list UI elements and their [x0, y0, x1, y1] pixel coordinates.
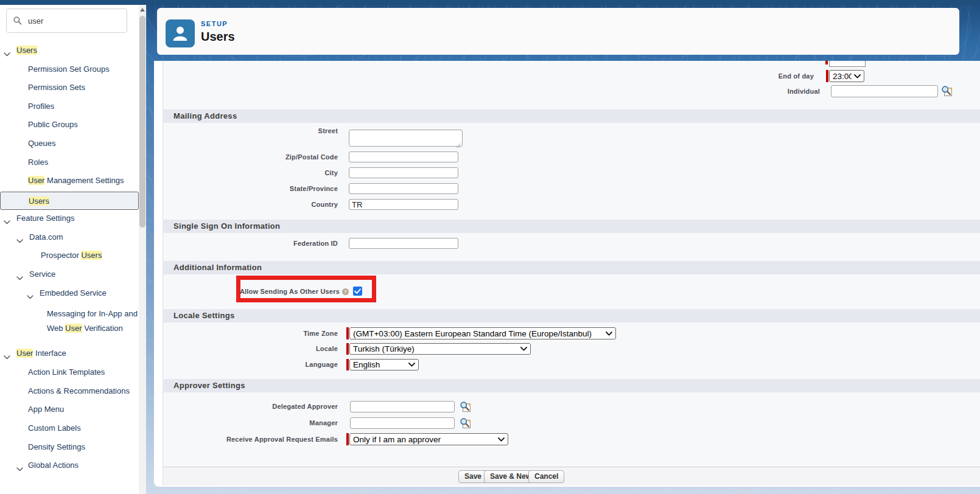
- label-time-zone: Time Zone: [216, 330, 338, 337]
- required-bar: [346, 343, 349, 355]
- scrollbar-thumb[interactable]: [139, 16, 145, 228]
- resize-handle-icon[interactable]: [456, 140, 461, 151]
- locale-select[interactable]: Turkish (Türkiye): [349, 343, 531, 355]
- setup-header-card: SETUP Users: [157, 8, 959, 55]
- sidebar-item-users[interactable]: Users: [0, 43, 139, 58]
- tree-item-label: Roles: [28, 155, 48, 170]
- tree-label-segment: Custom Labels: [28, 423, 81, 433]
- tree-label-segment: Roles: [28, 158, 48, 167]
- street-textarea[interactable]: [349, 130, 463, 147]
- chevron-down-icon[interactable]: [4, 48, 10, 59]
- sidebar-item-data-com[interactable]: Data.com: [0, 229, 139, 245]
- chevron-down-icon: [603, 332, 615, 336]
- tree-item-label: Permission Set Groups: [28, 62, 110, 77]
- sidebar-item-service[interactable]: Service: [0, 266, 139, 282]
- tree-item-label: Density Settings: [28, 440, 85, 454]
- tree-item-label: Messaging for In-App and Web User Verifi…: [47, 307, 138, 336]
- tree-label-segment: Action Link Templates: [28, 367, 105, 377]
- sidebar-item-feature-settings[interactable]: Feature Settings: [0, 210, 139, 226]
- tree-item-label: Custom Labels: [28, 421, 81, 436]
- tree-item-label: Permission Sets: [28, 80, 85, 95]
- top-bar: [0, 0, 980, 5]
- sidebar-scrollbar[interactable]: [139, 5, 146, 494]
- end-of-day-select[interactable]: 23:00: [829, 70, 864, 82]
- required-bar: [826, 70, 828, 82]
- receive-approval-request-emails-select[interactable]: Only if I am an approver: [349, 433, 508, 445]
- start-of-day-partial-select[interactable]: [829, 61, 866, 67]
- sidebar-item-density-settings[interactable]: Density Settings: [0, 439, 139, 455]
- tree-label-segment: Verification: [82, 324, 123, 333]
- tree-item-label: App Menu: [28, 402, 64, 417]
- chevron-down-icon[interactable]: [4, 216, 10, 227]
- end-of-day-select-value: 23:00: [833, 72, 852, 81]
- country-input[interactable]: [349, 199, 458, 210]
- manager-lookup-icon[interactable]: [460, 417, 471, 431]
- sidebar-item-permission-set-groups[interactable]: Permission Set Groups: [0, 61, 139, 77]
- chevron-down-icon[interactable]: [4, 351, 10, 362]
- time-zone-select[interactable]: (GMT+03:00) Eastern European Standard Ti…: [349, 327, 616, 339]
- chevron-down-icon[interactable]: [16, 463, 23, 474]
- sidebar-item-actions-recommendations[interactable]: Actions & Recommendations: [0, 383, 139, 399]
- search-match-highlight: User: [65, 324, 82, 333]
- chevron-down-icon[interactable]: [27, 291, 33, 302]
- tree-label-segment: Public Groups: [28, 120, 78, 129]
- sidebar-item-public-groups[interactable]: Public Groups: [0, 117, 139, 133]
- tree-label-segment: Permission Set Groups: [28, 64, 110, 74]
- tree-item-label: Data.com: [29, 230, 63, 245]
- delegated-approver-input[interactable]: [350, 401, 455, 412]
- sidebar-item-action-link-templates[interactable]: Action Link Templates: [0, 364, 139, 380]
- search-match-highlight: User: [28, 176, 44, 185]
- individual-input[interactable]: [831, 85, 938, 97]
- sidebar-item-custom-labels[interactable]: Custom Labels: [0, 420, 139, 436]
- chevron-down-icon: [852, 74, 864, 78]
- tree-label-segment: Global Actions: [28, 461, 79, 470]
- tree-item-label: Users: [29, 194, 49, 209]
- sidebar-item-roles[interactable]: Roles: [0, 155, 139, 170]
- sidebar-item-user-interface[interactable]: User Interface: [0, 346, 139, 361]
- sidebar-item-profiles[interactable]: Profiles: [0, 99, 139, 114]
- tree-item-label: Profiles: [28, 99, 54, 114]
- tree-label-segment: Permission Sets: [28, 83, 85, 92]
- required-bar: [346, 433, 349, 445]
- sidebar-item-prospector-users[interactable]: Prospector Users: [0, 248, 139, 263]
- sidebar-search-input[interactable]: [27, 16, 121, 26]
- sidebar-item-users[interactable]: Users: [0, 192, 139, 210]
- section-bar-mailing-address: Mailing Address: [163, 110, 980, 123]
- sidebar-item-embedded-service[interactable]: Embedded Service: [0, 285, 139, 301]
- highlight-box: [236, 276, 376, 302]
- sidebar-item-user-management-settings[interactable]: User Management Settings: [0, 173, 139, 189]
- section-title: Approver Settings: [173, 379, 245, 392]
- tree-item-label: User Interface: [16, 346, 66, 361]
- scroll-up-arrow[interactable]: [140, 8, 145, 12]
- label-locale: Locale: [216, 345, 338, 352]
- language-select-value: English: [353, 360, 406, 369]
- federation-id-input[interactable]: [349, 238, 458, 249]
- section-bar-single-sign-on-information: Single Sign On Information: [163, 220, 980, 233]
- label-language: Language: [216, 361, 338, 368]
- chevron-down-icon: [495, 437, 508, 442]
- tree-label-segment: Embedded Service: [40, 288, 107, 297]
- cancel-button[interactable]: Cancel: [528, 470, 564, 483]
- delegated-approver-lookup-icon[interactable]: [460, 401, 471, 415]
- language-select[interactable]: English: [349, 359, 419, 370]
- save-button[interactable]: Save: [458, 470, 488, 483]
- sidebar-item-app-menu[interactable]: App Menu: [0, 402, 139, 417]
- label-street: Street: [216, 127, 338, 134]
- label-zip-postal-code: Zip/Postal Code: [216, 153, 338, 161]
- sidebar-item-permission-sets[interactable]: Permission Sets: [0, 80, 139, 96]
- sidebar-item-queues[interactable]: Queues: [0, 136, 139, 151]
- manager-input[interactable]: [350, 417, 455, 429]
- chevron-down-icon[interactable]: [16, 235, 23, 246]
- individual-lookup-icon[interactable]: [941, 85, 953, 99]
- tree-label-segment: Data.com: [29, 232, 63, 242]
- tree-item-label: Service: [29, 267, 55, 282]
- sidebar-item-global-actions[interactable]: Global Actions: [0, 457, 139, 473]
- tree-item-label: Public Groups: [28, 117, 78, 132]
- city-input[interactable]: [349, 167, 458, 178]
- sidebar: UsersPermission Set GroupsPermission Set…: [0, 5, 139, 494]
- state-province-input[interactable]: [349, 183, 458, 194]
- tree-item-label: Embedded Service: [40, 286, 107, 301]
- zip-postal-code-input[interactable]: [349, 151, 458, 162]
- tree-label-segment: Queues: [28, 139, 56, 148]
- chevron-down-icon[interactable]: [16, 272, 23, 283]
